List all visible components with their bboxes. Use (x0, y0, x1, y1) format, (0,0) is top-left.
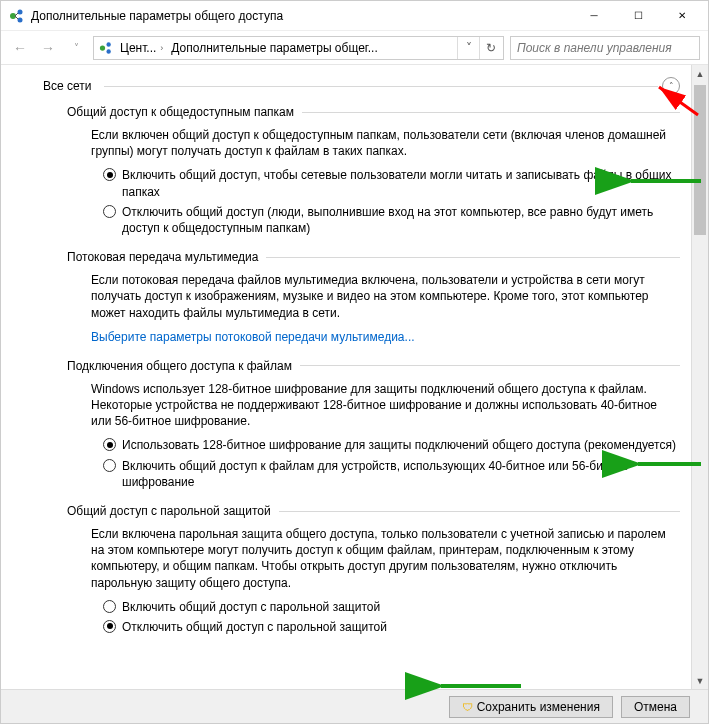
radio-public-disable[interactable]: Отключить общий доступ (люди, выполнивши… (103, 204, 680, 236)
encryption-title: Подключения общего доступа к файлам (67, 359, 300, 373)
subsection-public-folders: Общий доступ к общедоступным папкам Если… (67, 105, 680, 236)
public-folders-header: Общий доступ к общедоступным папкам (67, 105, 680, 119)
encryption-header: Подключения общего доступа к файлам (67, 359, 680, 373)
scroll-thumb[interactable] (694, 85, 706, 235)
encryption-desc: Windows использует 128-битное шифрование… (91, 381, 680, 430)
titlebar: Дополнительные параметры общего доступа … (1, 1, 708, 31)
password-title: Общий доступ с парольной защитой (67, 504, 279, 518)
media-header: Потоковая передача мультимедиа (67, 250, 680, 264)
search-placeholder: Поиск в панели управления (517, 41, 672, 55)
divider (104, 86, 659, 87)
refresh-icon[interactable]: ↻ (479, 37, 501, 59)
radio-password-enable-label: Включить общий доступ с парольной защито… (122, 599, 680, 615)
scroll-up-icon[interactable]: ▲ (692, 65, 708, 82)
breadcrumb-dropdown-icon[interactable]: ˅ (457, 37, 479, 59)
divider (279, 511, 680, 512)
radio-icon (103, 438, 116, 451)
public-folders-title: Общий доступ к общедоступным папкам (67, 105, 302, 119)
media-link[interactable]: Выберите параметры потоковой передачи му… (91, 329, 680, 345)
breadcrumb[interactable]: Цент... › Дополнительные параметры общег… (93, 36, 504, 60)
svg-point-2 (18, 17, 23, 22)
radio-icon (103, 168, 116, 181)
radio-public-enable[interactable]: Включить общий доступ, чтобы сетевые пол… (103, 167, 680, 199)
radio-password-enable[interactable]: Включить общий доступ с парольной защито… (103, 599, 680, 615)
nav-back-icon[interactable]: ← (9, 37, 31, 59)
radio-encryption-128-label: Использовать 128-битное шифрование для з… (122, 437, 680, 453)
breadcrumb-icon (96, 41, 116, 55)
nav-up-icon[interactable]: ˅ (65, 37, 87, 59)
divider (266, 257, 680, 258)
radio-icon (103, 620, 116, 633)
save-button[interactable]: 🛡 Сохранить изменения (449, 696, 613, 718)
breadcrumb-seg2[interactable]: Дополнительные параметры общег... (167, 37, 381, 59)
media-title: Потоковая передача мультимедиа (67, 250, 266, 264)
svg-point-1 (18, 9, 23, 14)
radio-encryption-40[interactable]: Включить общий доступ к файлам для устро… (103, 458, 680, 490)
subsection-password: Общий доступ с парольной защитой Если вк… (67, 504, 680, 635)
radio-icon (103, 205, 116, 218)
media-desc: Если потоковая передача файлов мультимед… (91, 272, 680, 321)
maximize-button[interactable]: ☐ (616, 2, 660, 30)
public-folders-desc: Если включен общий доступ к общедоступны… (91, 127, 680, 159)
subsection-encryption: Подключения общего доступа к файлам Wind… (67, 359, 680, 490)
radio-public-enable-label: Включить общий доступ, чтобы сетевые пол… (122, 167, 680, 199)
radio-public-disable-label: Отключить общий доступ (люди, выполнивши… (122, 204, 680, 236)
subsection-media: Потоковая передача мультимедиа Если пото… (67, 250, 680, 345)
minimize-button[interactable]: ─ (572, 2, 616, 30)
radio-password-disable[interactable]: Отключить общий доступ с парольной защит… (103, 619, 680, 635)
radio-icon (103, 459, 116, 472)
window-title: Дополнительные параметры общего доступа (31, 9, 572, 23)
bottom-bar: 🛡 Сохранить изменения Отмена (1, 689, 708, 723)
password-header: Общий доступ с парольной защитой (67, 504, 680, 518)
scroll-down-icon[interactable]: ▼ (692, 672, 708, 689)
section-all-networks-label: Все сети (43, 79, 100, 93)
svg-point-5 (100, 45, 105, 50)
radio-password-disable-label: Отключить общий доступ с парольной защит… (122, 619, 680, 635)
radio-encryption-40-label: Включить общий доступ к файлам для устро… (122, 458, 680, 490)
window-controls: ─ ☐ ✕ (572, 2, 704, 30)
radio-encryption-128[interactable]: Использовать 128-битное шифрование для з… (103, 437, 680, 453)
search-input[interactable]: Поиск в панели управления (510, 36, 700, 60)
divider (300, 365, 680, 366)
section-all-networks[interactable]: Все сети ˄ (43, 77, 680, 95)
content-area: Все сети ˄ Общий доступ к общедоступным … (1, 65, 690, 689)
radio-icon (103, 600, 116, 613)
svg-point-6 (106, 42, 110, 46)
cancel-button-label: Отмена (634, 700, 677, 714)
vertical-scrollbar[interactable]: ▲ ▼ (691, 65, 708, 689)
nav-forward-icon[interactable]: → (37, 37, 59, 59)
addressbar: ← → ˅ Цент... › Дополнительные параметры… (1, 31, 708, 65)
collapse-icon[interactable]: ˄ (662, 77, 680, 95)
cancel-button[interactable]: Отмена (621, 696, 690, 718)
password-desc: Если включена парольная защита общего до… (91, 526, 680, 591)
divider (302, 112, 680, 113)
save-button-label: Сохранить изменения (477, 700, 600, 714)
close-button[interactable]: ✕ (660, 2, 704, 30)
breadcrumb-seg1[interactable]: Цент... › (116, 37, 167, 59)
svg-point-7 (106, 49, 110, 53)
shield-icon: 🛡 (462, 701, 473, 713)
app-icon (9, 8, 25, 24)
